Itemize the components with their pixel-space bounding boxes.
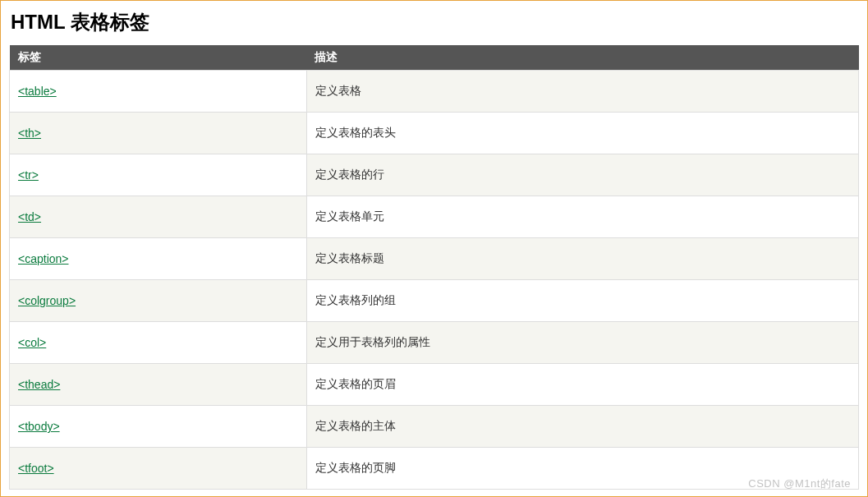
column-header-desc: 描述	[306, 45, 858, 71]
table-row: <caption> 定义表格标题	[10, 238, 859, 280]
desc-cell: 定义用于表格列的属性	[306, 322, 858, 364]
table-row: <colgroup> 定义表格列的组	[10, 280, 859, 322]
table-header: 标签 描述	[10, 45, 859, 71]
table-row: <thead> 定义表格的页眉	[10, 364, 859, 406]
desc-cell: 定义表格单元	[306, 196, 858, 238]
tag-link[interactable]: <th>	[18, 127, 41, 140]
desc-cell: 定义表格标题	[306, 238, 858, 280]
tag-cell: <caption>	[10, 238, 307, 280]
table-row: <tfoot> 定义表格的页脚	[10, 448, 859, 490]
tags-reference-table: 标签 描述 <table> 定义表格 <th> 定义表格的表头 <tr>	[9, 45, 859, 490]
tag-link[interactable]: <thead>	[18, 378, 60, 391]
desc-cell: 定义表格列的组	[306, 280, 858, 322]
tag-link[interactable]: <colgroup>	[18, 294, 76, 307]
tag-link[interactable]: <td>	[18, 210, 41, 223]
table-row: <tbody> 定义表格的主体	[10, 406, 859, 448]
desc-cell: 定义表格的表头	[306, 113, 858, 154]
tag-link[interactable]: <table>	[18, 85, 57, 98]
column-header-tag: 标签	[10, 45, 307, 71]
tag-cell: <tr>	[10, 154, 307, 196]
tag-cell: <tbody>	[10, 406, 307, 448]
desc-cell: 定义表格的行	[306, 154, 858, 196]
tag-cell: <col>	[10, 322, 307, 364]
watermark-text: CSDN @M1nt的fate	[748, 476, 851, 491]
table-header-row: 标签 描述	[10, 45, 859, 71]
tag-link[interactable]: <tfoot>	[18, 462, 54, 475]
tag-cell: <tfoot>	[10, 448, 307, 490]
tag-link[interactable]: <caption>	[18, 252, 69, 265]
desc-cell: 定义表格	[306, 71, 858, 113]
tag-link[interactable]: <col>	[18, 336, 46, 349]
tag-cell: <colgroup>	[10, 280, 307, 322]
page-container: HTML 表格标签 标签 描述 <table> 定义表格 <th> 定义表格的表…	[0, 0, 868, 497]
tag-cell: <table>	[10, 71, 307, 113]
table-row: <tr> 定义表格的行	[10, 154, 859, 196]
page-title: HTML 表格标签	[9, 9, 859, 35]
tag-cell: <thead>	[10, 364, 307, 406]
tag-link[interactable]: <tr>	[18, 168, 39, 182]
tag-cell: <td>	[10, 196, 307, 238]
table-row: <col> 定义用于表格列的属性	[10, 322, 859, 364]
desc-cell: 定义表格的主体	[306, 406, 858, 448]
tag-cell: <th>	[10, 113, 307, 154]
table-body: <table> 定义表格 <th> 定义表格的表头 <tr> 定义表格的行 <t…	[10, 71, 859, 490]
desc-cell: 定义表格的页眉	[306, 364, 858, 406]
table-row: <th> 定义表格的表头	[10, 113, 859, 154]
table-row: <table> 定义表格	[10, 71, 859, 113]
tag-link[interactable]: <tbody>	[18, 420, 60, 433]
table-row: <td> 定义表格单元	[10, 196, 859, 238]
